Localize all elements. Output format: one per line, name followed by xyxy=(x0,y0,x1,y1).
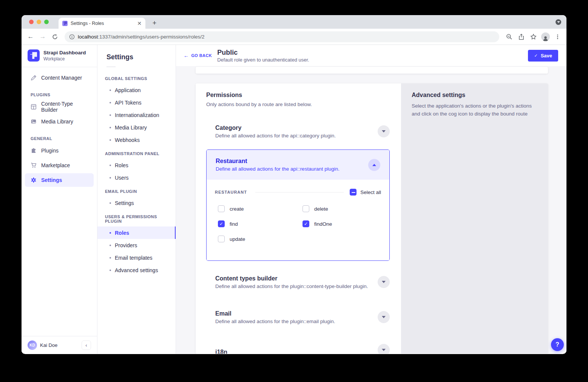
subnav-item-advanced-settings[interactable]: Advanced settings xyxy=(97,264,176,276)
bullet-icon xyxy=(110,139,111,141)
zoom-out-button[interactable] xyxy=(504,31,514,42)
accordion-title: Email xyxy=(215,310,335,317)
permission-find: find xyxy=(218,220,302,227)
accordion-toggle-button[interactable] xyxy=(378,311,390,323)
checkbox[interactable] xyxy=(218,236,225,242)
brand-subtitle: Workplace xyxy=(43,56,86,62)
url-bar[interactable]: localhost:1337/admin/settings/users-perm… xyxy=(65,31,499,42)
sidebar-item-label: Plugins xyxy=(41,148,59,154)
user-avatar[interactable]: KD xyxy=(28,340,37,350)
checkbox[interactable] xyxy=(218,205,225,212)
browser-window: Settings - Roles ✕ + ← → localhost:1337/… xyxy=(22,15,566,354)
permissions-panel: Permissions Only actions bound by a rout… xyxy=(196,83,401,354)
reload-button[interactable] xyxy=(49,31,60,42)
fullscreen-window-button[interactable] xyxy=(44,20,49,24)
avatar xyxy=(541,32,550,41)
chevron-down-icon xyxy=(557,21,560,23)
subnav-item-webhooks[interactable]: Webhooks xyxy=(97,134,176,146)
profile-button[interactable] xyxy=(540,31,551,42)
star-icon xyxy=(530,34,537,40)
subnav-item-admin-users[interactable]: Users xyxy=(97,171,176,184)
accordion-title: Category xyxy=(215,125,336,131)
subnav-item-media-library[interactable]: Media Library xyxy=(97,121,176,134)
accordion-content-types-builder[interactable]: Content types builder Define all allowed… xyxy=(206,271,390,293)
tab-search-button[interactable] xyxy=(556,19,561,25)
go-back-link[interactable]: ←GO BACK xyxy=(184,52,212,59)
subnav-item-providers[interactable]: Providers xyxy=(97,239,176,251)
permission-delete: delete xyxy=(302,205,387,212)
sidebar-item-content-type-builder[interactable]: Content-Type Builder xyxy=(25,100,94,114)
back-button[interactable]: ← xyxy=(25,31,36,42)
three-dots-icon xyxy=(555,34,560,40)
sidebar-item-settings[interactable]: Settings xyxy=(25,173,94,187)
accordion-i18n[interactable]: i18n xyxy=(206,341,390,354)
user-section: KD Kai Doe ‹ xyxy=(22,336,97,354)
subnav-item-email-templates[interactable]: Email templates xyxy=(97,251,176,264)
save-button[interactable]: ✓Save xyxy=(528,50,558,62)
checkbox-checked[interactable] xyxy=(218,220,225,227)
accordion-title: Content types builder xyxy=(215,275,368,282)
strapi-favicon-icon xyxy=(62,21,68,26)
page-subtitle: Default role given to unauthenticated us… xyxy=(217,57,309,63)
tab-title: Settings - Roles xyxy=(71,21,134,26)
help-button[interactable]: ? xyxy=(551,338,564,351)
subnav-item-application[interactable]: Application xyxy=(97,84,176,96)
bookmark-button[interactable] xyxy=(528,31,539,42)
restaurant-permissions-body: RESTAURANT Select all create delete find xyxy=(207,180,389,260)
strapi-logo-icon xyxy=(28,49,40,62)
subnav-item-admin-roles[interactable]: Roles xyxy=(97,159,176,171)
subnav-item-email-settings[interactable]: Settings xyxy=(97,197,176,209)
sidebar-item-marketplace[interactable]: Marketplace xyxy=(25,159,94,172)
sidebar-item-media-library[interactable]: Media Library xyxy=(25,115,94,128)
select-all-checkbox[interactable] xyxy=(350,189,357,196)
accordion-toggle-button[interactable] xyxy=(378,344,390,354)
bullet-icon xyxy=(110,114,111,116)
accordion-email[interactable]: Email Define all allowed actions for the… xyxy=(206,306,390,328)
arrow-left-icon: ← xyxy=(184,52,189,59)
browser-tab[interactable]: Settings - Roles ✕ xyxy=(59,18,145,29)
accordion-title: i18n xyxy=(215,349,227,354)
close-window-button[interactable] xyxy=(29,20,34,24)
browser-menu-button[interactable] xyxy=(552,31,563,42)
chevron-up-icon xyxy=(372,164,376,166)
checkbox[interactable] xyxy=(302,205,309,212)
permission-update: update xyxy=(218,236,302,242)
minimize-window-button[interactable] xyxy=(37,20,41,24)
accordion-category[interactable]: Category Define all allowed actions for … xyxy=(206,120,390,143)
bullet-icon xyxy=(110,232,111,234)
permissions-title: Permissions xyxy=(206,92,390,99)
brand-title: Strapi Dashboard xyxy=(43,50,86,55)
checkbox-checked[interactable] xyxy=(302,220,309,227)
accordion-toggle-button[interactable] xyxy=(378,276,390,288)
gear-icon xyxy=(31,177,37,183)
share-button[interactable] xyxy=(516,31,526,42)
role-details-card xyxy=(196,67,548,74)
subnav-item-api-tokens[interactable]: API Tokens xyxy=(97,96,176,109)
group-label: RESTAURANT xyxy=(215,190,247,194)
accordion-toggle-button[interactable] xyxy=(368,159,380,171)
chevron-down-icon xyxy=(382,130,386,132)
user-name: Kai Doe xyxy=(40,342,79,348)
accordion-toggle-button[interactable] xyxy=(378,125,390,137)
sidebar-item-plugins[interactable]: Plugins xyxy=(25,144,94,157)
forward-button[interactable]: → xyxy=(37,31,48,42)
page-title: Public xyxy=(217,49,309,56)
tab-strip: Settings - Roles ✕ + xyxy=(22,15,566,29)
collapse-sidebar-button[interactable]: ‹ xyxy=(82,340,91,350)
accordion-restaurant: Restaurant Define all allowed actions fo… xyxy=(206,149,390,261)
role-header: ←GO BACK Public Default role given to un… xyxy=(176,45,566,66)
new-tab-button[interactable]: + xyxy=(150,19,159,28)
bullet-icon xyxy=(110,177,111,179)
site-info-icon[interactable] xyxy=(69,34,75,40)
accordion-description: Define all allowed actions for the api::… xyxy=(216,166,340,172)
scroll-area: Permissions Only actions bound by a rout… xyxy=(176,66,566,354)
sidebar-item-content-manager[interactable]: Content Manager xyxy=(25,71,94,85)
subnav-item-up-roles[interactable]: Roles xyxy=(97,226,176,239)
subnav-item-internationalization[interactable]: Internationalization xyxy=(97,109,176,121)
accordion-restaurant-header[interactable]: Restaurant Define all allowed actions fo… xyxy=(207,150,389,180)
sidebar-item-label: Content-Type Builder xyxy=(41,101,88,113)
brand[interactable]: Strapi Dashboard Workplace xyxy=(22,45,97,67)
advanced-settings-panel: Advanced settings Select the application… xyxy=(401,83,548,354)
tab-close-icon[interactable]: ✕ xyxy=(137,21,142,26)
chevron-down-icon xyxy=(382,281,386,283)
